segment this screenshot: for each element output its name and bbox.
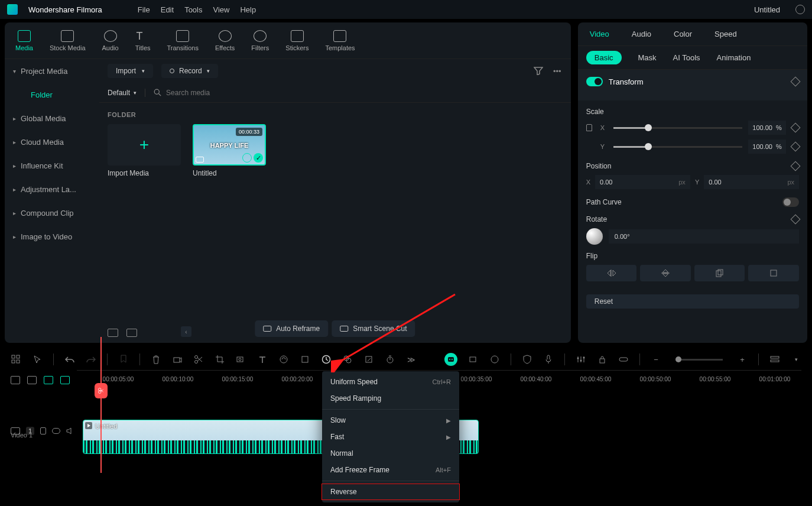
- layout-icon[interactable]: [11, 354, 21, 365]
- keyframe-icon[interactable]: [791, 77, 801, 87]
- record-button[interactable]: Record▾: [161, 64, 218, 78]
- cloud-sync-icon[interactable]: [795, 5, 805, 14]
- cursor-icon[interactable]: [32, 354, 43, 365]
- menu-file[interactable]: File: [138, 5, 150, 14]
- mic-icon[interactable]: [543, 354, 554, 365]
- sidebar-cloud-media[interactable]: ▸Cloud Media: [5, 130, 99, 154]
- sidebar-folder[interactable]: Folder: [5, 83, 99, 106]
- fx-icon[interactable]: [278, 354, 289, 365]
- rsub-ai[interactable]: AI Tools: [673, 53, 700, 62]
- zoom-in-icon[interactable]: +: [737, 354, 748, 365]
- search-input[interactable]: [145, 89, 563, 97]
- rtab-audio[interactable]: Audio: [632, 30, 651, 38]
- delete-icon[interactable]: [151, 354, 161, 365]
- rsub-basic[interactable]: Basic: [586, 51, 622, 64]
- tool-icon-1[interactable]: [468, 354, 479, 365]
- playhead-handle[interactable]: [95, 383, 108, 398]
- share-icon[interactable]: [172, 354, 183, 365]
- sidebar-image-to-video[interactable]: ▸Image to Video: [5, 225, 99, 248]
- more-tools-icon[interactable]: ≫: [406, 354, 417, 365]
- tab-templates[interactable]: Templates: [325, 30, 355, 51]
- transform-toggle[interactable]: [586, 77, 603, 86]
- keyframe-icon[interactable]: [791, 123, 801, 133]
- shield-icon[interactable]: [522, 354, 532, 365]
- tab-stock[interactable]: Stock Media: [50, 30, 86, 51]
- rtab-video[interactable]: Video: [590, 30, 609, 38]
- rtab-speed[interactable]: Speed: [714, 30, 737, 38]
- scale-y-slider[interactable]: [613, 146, 742, 148]
- visibility-icon[interactable]: [52, 428, 60, 434]
- tool-icon-2[interactable]: [489, 354, 500, 365]
- tl-option-icon[interactable]: [11, 376, 20, 384]
- speed-icon[interactable]: [321, 354, 332, 365]
- tab-transitions[interactable]: Transitions: [167, 30, 199, 51]
- flip-copy-button[interactable]: [694, 265, 745, 281]
- ai-assistant-button[interactable]: [444, 353, 457, 366]
- rtab-color[interactable]: Color: [674, 30, 692, 38]
- filter-icon[interactable]: [533, 66, 544, 76]
- view-mode-icon[interactable]: [769, 354, 780, 365]
- rotate-wheel[interactable]: [586, 228, 603, 245]
- ctx-slow[interactable]: Slow▶: [322, 412, 459, 429]
- mixer-icon[interactable]: [576, 354, 586, 365]
- tl-magnet-icon[interactable]: [44, 376, 53, 384]
- keyframe-icon[interactable]: [791, 215, 801, 225]
- sidebar-collapse-button[interactable]: ‹: [181, 326, 191, 337]
- timer-icon[interactable]: [385, 354, 395, 365]
- sidebar-adjustment-layer[interactable]: ▸Adjustment La...: [5, 177, 99, 201]
- redo-icon[interactable]: [86, 354, 96, 365]
- zoom-out-icon[interactable]: −: [651, 354, 661, 365]
- tab-media[interactable]: Media: [15, 30, 33, 51]
- tl-link-icon[interactable]: [60, 376, 70, 384]
- playhead[interactable]: [100, 337, 102, 473]
- lock-track-icon[interactable]: [597, 354, 608, 365]
- mask-icon[interactable]: [300, 354, 310, 365]
- scale-x-value[interactable]: 100.00%: [748, 121, 786, 135]
- flip-vertical-button[interactable]: [640, 265, 691, 281]
- import-button[interactable]: Import▾: [108, 64, 153, 78]
- split-icon[interactable]: [193, 354, 204, 365]
- smart-scene-button[interactable]: Smart Scene Cut: [332, 320, 415, 337]
- zoom-slider[interactable]: [675, 359, 723, 361]
- folder-action-icon[interactable]: [108, 329, 118, 337]
- ctx-reverse[interactable]: Reverse: [321, 484, 460, 500]
- media-clip-tile[interactable]: 00:00:33 HAPPY LIFE ✓ Untitled: [193, 124, 266, 177]
- more-icon[interactable]: •••: [552, 66, 563, 76]
- flip-horizontal-button[interactable]: [586, 265, 637, 281]
- menu-help[interactable]: Help: [240, 5, 256, 14]
- ctx-normal[interactable]: Normal: [322, 445, 459, 462]
- ctx-uniform-speed[interactable]: Uniform SpeedCtrl+R: [322, 374, 459, 390]
- keyframe-icon[interactable]: [791, 161, 801, 171]
- sidebar-compound-clip[interactable]: ▸Compound Clip: [5, 201, 99, 225]
- ctx-fast[interactable]: Fast▶: [322, 429, 459, 445]
- sidebar-project-media[interactable]: ▾Project Media: [5, 59, 99, 83]
- ctx-speed-ramping[interactable]: Speed Ramping: [322, 390, 459, 407]
- position-x-input[interactable]: 0.00px: [595, 175, 690, 189]
- text-icon[interactable]: [257, 354, 268, 365]
- rsub-mask[interactable]: Mask: [638, 53, 657, 62]
- keyframe-icon[interactable]: [791, 142, 801, 152]
- edit-icon[interactable]: [363, 354, 374, 365]
- crop-icon[interactable]: [215, 354, 225, 365]
- sidebar-influence-kit[interactable]: ▸Influence Kit: [5, 154, 99, 177]
- link-icon[interactable]: [618, 354, 629, 365]
- folder-action-icon-2[interactable]: [126, 329, 137, 337]
- path-curve-toggle[interactable]: [782, 197, 799, 207]
- tl-option-icon-2[interactable]: [27, 376, 37, 384]
- tab-filters[interactable]: Filters: [251, 30, 269, 51]
- scale-y-value[interactable]: 100.00%: [748, 140, 786, 154]
- undo-icon[interactable]: [64, 354, 75, 365]
- lock-icon[interactable]: [40, 427, 46, 434]
- rsub-animation[interactable]: Animation: [717, 53, 751, 62]
- marker-icon[interactable]: [118, 354, 129, 365]
- mute-icon[interactable]: [66, 427, 74, 434]
- color-icon[interactable]: [342, 354, 353, 365]
- tab-titles[interactable]: TTitles: [135, 30, 151, 51]
- lock-icon[interactable]: [586, 124, 592, 131]
- menu-view[interactable]: View: [213, 5, 229, 14]
- view-dropdown-icon[interactable]: ▾: [791, 354, 801, 365]
- flip-paste-button[interactable]: [748, 265, 799, 281]
- rotate-input[interactable]: 0.00°: [609, 229, 799, 244]
- record-icon[interactable]: [236, 354, 246, 365]
- scale-x-slider[interactable]: [613, 127, 742, 129]
